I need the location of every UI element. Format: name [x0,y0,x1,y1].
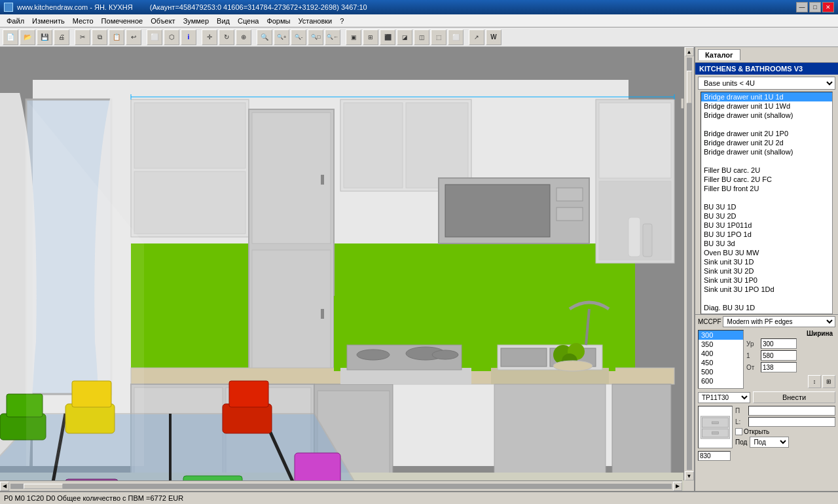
menu-edit[interactable]: Изменить [28,16,69,26]
l-input[interactable] [748,417,835,427]
list-item[interactable]: Filler BU front 2U [701,184,832,193]
list-item[interactable]: BU 3U 1P011d [701,221,832,230]
catalog-filter-dropdown[interactable]: Base units < 4U [698,77,835,90]
horizontal-scrollbar[interactable]: ◀ ▶ [0,480,682,491]
svg-point-59 [553,361,592,371]
under-dropdown[interactable]: Под [750,437,789,448]
view1-button[interactable]: ▣ [346,29,361,45]
scroll-left-arrow[interactable]: ◀ [0,482,9,491]
view4-button[interactable]: ◪ [397,29,412,45]
dim-icon2[interactable]: ⊞ [822,375,835,388]
list-item[interactable]: Bridge drawer unit (shallow) [701,147,832,156]
menu-settings[interactable]: Установки [294,16,336,26]
list-item[interactable]: Bridge drawer unit 1U 1Wd [701,101,832,111]
y-input[interactable] [761,338,797,349]
list-item[interactable]: BU 3U 1PO 1d [701,230,832,239]
list-item[interactable]: BU 3U 2D [701,211,832,221]
width-item-500[interactable]: 500 [699,367,743,376]
width-list[interactable]: 300 350 400 450 500 600 [698,330,744,389]
move-button[interactable]: ✛ [202,29,217,45]
scroll-down-arrow[interactable]: ▼ [685,471,694,480]
list-item[interactable]: Filler BU carc. 2U FC [701,175,832,184]
zoom-fit-button[interactable]: 🔍 [257,29,272,45]
list-item[interactable]: Sink unit 3U 2D [701,266,832,276]
copy-button[interactable]: ⧉ [92,29,107,45]
menu-zoom[interactable]: Зуммер [179,16,213,26]
cut-button[interactable]: ✂ [75,29,90,45]
list-item[interactable]: Bridge drawer unit 1U 1d [701,92,832,101]
scale-button[interactable]: ⊕ [236,29,251,45]
list-item[interactable]: BU 3U 1D [701,202,832,211]
scroll-right-arrow[interactable]: ▶ [673,482,682,491]
minimize-button[interactable]: — [796,2,808,12]
print-button[interactable]: 🖨 [54,29,69,45]
bottom-val-input[interactable]: 830 [698,451,731,461]
scroll-up-arrow[interactable]: ▲ [685,47,694,56]
list-item[interactable]: Diag. BU 3U 1D [701,303,832,312]
catalog-tab[interactable]: Каталог [698,49,740,60]
width-item-600[interactable]: 600 [699,376,743,386]
save-button[interactable]: 💾 [37,29,52,45]
select-poly-button[interactable]: ⬡ [164,29,179,45]
p-input[interactable] [748,406,835,416]
undo-button[interactable]: ↩ [126,29,141,45]
info-button[interactable]: i [181,29,196,45]
insert-code-dropdown[interactable]: TP11T30 [698,392,750,403]
viewport[interactable]: ⊕ ◀ ▶ ▲ ▼ [0,47,694,491]
menu-scene[interactable]: Сцена [234,16,263,26]
view5-button[interactable]: ◫ [414,29,429,45]
view3-button[interactable]: ⬛ [380,29,395,45]
render-button[interactable]: ↗ [469,29,484,45]
depth-input[interactable] [761,350,797,361]
rotate-button[interactable]: ↻ [219,29,234,45]
list-item[interactable]: Filler BU carc. 2U [701,166,832,175]
list-item[interactable]: Sink unit 3U 1D [701,257,832,266]
zoom-out-button[interactable]: 🔍- [291,29,306,45]
paste-button[interactable]: 📋 [109,29,124,45]
dim-icon1[interactable]: ↕ [808,375,821,388]
menu-forms[interactable]: Формы [263,16,294,26]
menu-help[interactable]: ? [336,16,348,26]
catalog-header: Каталог [695,47,838,63]
list-item[interactable]: Sink unit 3U 1P0 [701,276,832,285]
insert-button[interactable]: Внести [753,391,835,403]
list-item[interactable]: Bridge drawer unit 2U 1P0 [701,129,832,138]
menu-place[interactable]: Место [69,16,98,26]
open-checkbox[interactable] [735,428,742,435]
open-button[interactable]: 📂 [20,29,35,45]
w-button[interactable]: W [486,29,501,45]
vertical-scrollbar[interactable]: ▲ ▼ [683,47,694,480]
menu-file[interactable]: Файл [3,16,28,26]
catalog-item-list[interactable]: Bridge drawer unit 1U 1d Bridge drawer u… [701,92,833,314]
y-label: Ур [746,340,759,348]
menu-view[interactable]: Вид [213,16,234,26]
view7-button[interactable]: ⬜ [448,29,464,45]
list-item[interactable]: Bridge drawer unit 2U 2d [701,138,832,147]
style-dropdown[interactable]: Modern with PF edges [723,316,835,327]
menu-object[interactable]: Объект [147,16,179,26]
zoom-in-button[interactable]: 🔍+ [274,29,289,45]
width-item-450[interactable]: 450 [699,358,743,367]
from-input[interactable] [761,362,797,372]
zoom-window-button[interactable]: 🔍□ [308,29,323,45]
new-button[interactable]: 📄 [3,29,18,45]
menu-marked[interactable]: Помеченное [98,16,147,26]
list-item[interactable]: BU 3U 3d [701,239,832,248]
list-item[interactable]: Oven BU 3U MW [701,248,832,257]
list-item[interactable]: Bridge drawer unit (shallow) [701,111,832,120]
zoom-prev-button[interactable]: 🔍← [325,29,340,45]
width-item-350[interactable]: 350 [699,340,743,349]
select-rect-button[interactable]: ⬜ [147,29,162,45]
svg-rect-35 [491,368,609,384]
svg-rect-30 [340,368,471,384]
width-item-300[interactable]: 300 [699,331,743,340]
close-button[interactable]: ✕ [822,2,834,12]
style-label: МCCPF [698,318,721,325]
list-item[interactable]: Sink unit 3U 1PO 1Dd [701,285,832,294]
width-item-400[interactable]: 400 [699,349,743,358]
maximize-button[interactable]: □ [809,2,821,12]
view6-button[interactable]: ⬚ [431,29,446,45]
list-item[interactable]: BU end panel 3U [701,312,832,314]
item-list-container: Bridge drawer unit 1U 1d Bridge drawer u… [698,92,835,314]
view2-button[interactable]: ⊞ [363,29,378,45]
